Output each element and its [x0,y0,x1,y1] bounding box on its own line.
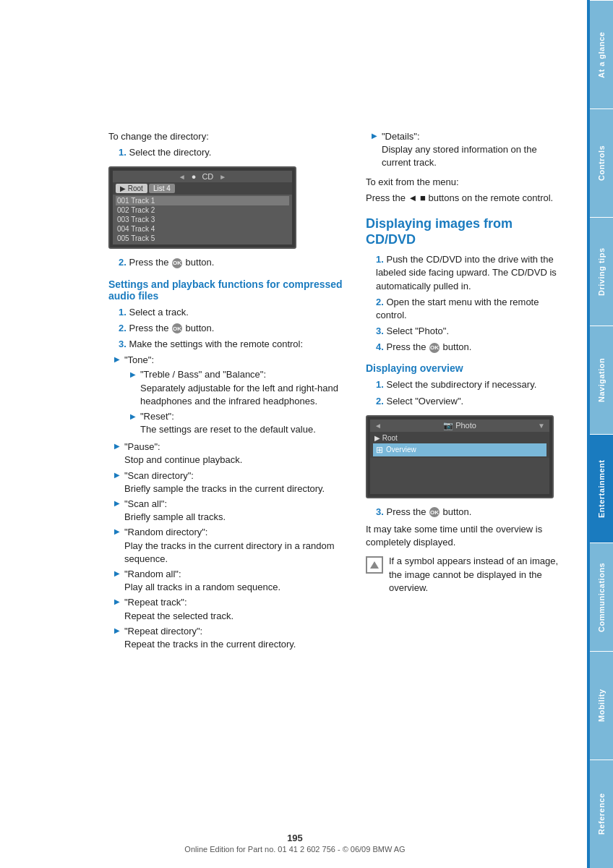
sub-bullet-reset-text: "Reset": The settings are reset to the d… [140,410,316,436]
main-content: To change the directory: 1. Select the d… [0,0,590,868]
bullet-scan-all: ▶ "Scan all":Briefly sample all tracks. [114,498,344,524]
intro-text: To change the directory: [108,130,344,143]
bullet-pause: ▶ "Pause":Stop and continue playback. [114,441,344,467]
right-step2: 2. Open the start menu with the remote c… [376,296,568,322]
overview-step1: 1. Select the subdirectory if necessary. [376,378,568,391]
note-triangle-icon [366,556,383,574]
copyright-text: Online Edition for Part no. 01 41 2 602 … [0,845,590,854]
bullet-details-icon: ▶ [372,132,377,170]
exit-text: Press the ◄ ■ buttons on the remote cont… [366,192,568,205]
bullet-tone: ▶ "Tone": ▶ "Treble / Bass" and "Balance… [114,354,344,438]
overview-step3: 3. Press the OK button. [376,506,568,519]
photo-content-area [370,458,549,494]
bullet-scan-dir-icon: ▶ [114,471,120,495]
page-number: 195 [0,833,590,843]
ok-btn-right: OK [429,343,440,353]
left-column: To change the directory: 1. Select the d… [108,130,344,653]
footer: 195 Online Edition for Part no. 01 41 2 … [0,833,590,854]
bullet-random-dir: ▶ "Random directory":Play the tracks in … [114,526,344,566]
bullet-repeat-track-icon: ▶ [114,597,120,622]
note-box: If a symbol appears instead of an image,… [366,555,568,597]
photo-nav: ▶ Root ⊞ Overview [370,432,549,458]
bullet-random-dir-content: "Random directory":Play the tracks in th… [124,526,344,566]
bullet-tone-content: "Tone": ▶ "Treble / Bass" and "Balance":… [124,354,344,438]
track-1: 001 Track 1 [116,196,289,205]
sidebar-tab-driving-tips[interactable]: Driving tips [590,217,613,326]
bullet-scan-all-content: "Scan all":Briefly sample all tracks. [124,498,226,524]
screen-header-cd: CD [202,172,213,181]
screen-header: ◄ ● CD ► [113,171,292,182]
sidebar-tab-communications[interactable]: Communications [590,542,613,651]
ok-btn-overview: OK [429,507,440,517]
photo-screen-mockup: ◄ 📷 Photo ▼ ▶ Root ⊞ Overview [366,415,554,498]
bullet-pause-content: "Pause":Stop and continue playback. [124,441,242,467]
screen-header-icon: ● [192,172,197,181]
sidebar-tab-reference[interactable]: Reference [590,760,613,868]
bullet-random-dir-icon: ▶ [114,527,120,566]
settings-step1: 1. Select a track. [119,306,344,319]
screen-tracklist: 001 Track 1 002 Track 2 003 Track 3 004 … [113,195,292,244]
bullet-scan-dir: ▶ "Scan directory":Briefly sample the tr… [114,469,344,495]
bullet-repeat-dir-content: "Repeat directory":Repeat the tracks in … [124,625,296,651]
step2-label: 2. [119,257,127,268]
photo-root: ▶ Root [373,433,546,443]
bullet-pause-icon: ▶ [114,442,120,467]
track-5: 005 Track 5 [116,234,289,243]
track-3: 003 Track 3 [116,215,289,224]
step2-text: 2. Press the OK button. [119,256,344,269]
bullet-repeat-track-content: "Repeat track":Repeat the selected track… [124,596,233,622]
sidebar-tab-navigation[interactable]: Navigation [590,326,613,434]
sub-bullet-treble-text: "Treble / Bass" and "Balance": Separatel… [140,368,344,408]
exit-label: To exit from the menu: [366,176,568,189]
arrow-left-icon: ◄ [179,173,186,181]
arrow-right-icon: ► [219,173,226,181]
triangle-shape [370,561,379,569]
track-4: 004 Track 4 [116,224,289,234]
ok-button-icon: OK [172,258,182,268]
sidebar-tab-entertainment[interactable]: Entertainment [590,434,613,542]
sidebar-tab-at-a-glance[interactable]: At a glance [590,0,613,109]
photo-icon: 📷 Photo [443,421,476,430]
right-step4: 4. Press the OK button. [376,341,568,354]
note1-text: It may take some time until the overview… [366,523,568,549]
nav-root: ▶ Root [116,184,147,193]
right-step1: 1. Push the CD/DVD into the drive with t… [376,253,568,293]
note2-text: If a symbol appears instead of an image,… [389,555,568,595]
photo-header: ◄ 📷 Photo ▼ [370,420,549,432]
sub-bullet-icon-2: ▶ [130,412,136,436]
sidebar-tab-controls[interactable]: Controls [590,109,613,217]
sub-heading: Displaying overview [366,362,568,374]
bullet-random-all: ▶ "Random all":Play all tracks in a rand… [114,568,344,594]
ok-btn-2: OK [172,323,182,333]
bullet-random-all-content: "Random all":Play all tracks in a random… [124,568,280,594]
sidebar: At a glance Controls Driving tips Naviga… [590,0,613,868]
photo-overview: ⊞ Overview [373,443,546,456]
track-2: 002 Track 2 [116,205,289,215]
bullet-repeat-track: ▶ "Repeat track":Repeat the selected tra… [114,596,344,622]
settings-heading: Settings and playback functions for comp… [108,278,344,302]
bullet-details-content: "Details":Display any stored information… [382,130,568,170]
bullet-random-all-icon: ▶ [114,569,120,594]
sub-bullet-icon-1: ▶ [130,370,136,408]
right-column: ▶ "Details":Display any stored informati… [366,130,568,653]
cd-screen-mockup: ◄ ● CD ► ▶ Root List 4 001 Track 1 002 T… [108,166,296,249]
remote-buttons: ◄ ■ [408,192,426,203]
step1-text: 1. Select the directory. [119,146,344,159]
sub-bullet-treble: ▶ "Treble / Bass" and "Balance": Separat… [130,368,344,408]
step1-label: 1. [119,147,127,158]
sidebar-tab-mobility[interactable]: Mobility [590,651,613,760]
grid-icon: ⊞ [376,445,383,455]
screen-nav: ▶ Root List 4 [113,182,292,195]
bullet-scan-dir-content: "Scan directory":Briefly sample the trac… [124,469,325,495]
nav-list4: List 4 [149,184,175,193]
bullet-repeat-dir-icon: ▶ [114,626,120,651]
bullet-scan-all-icon: ▶ [114,499,120,524]
right-step3: 3. Select "Photo". [376,325,568,338]
photo-arrow-down-icon: ▼ [538,422,545,430]
bullet-repeat-dir: ▶ "Repeat directory":Repeat the tracks i… [114,625,344,651]
main-heading: Displaying images from CD/DVD [366,216,568,247]
overview-step2: 2. Select "Overview". [376,395,568,408]
bullet-details: ▶ "Details":Display any stored informati… [372,130,568,170]
settings-step2: 2. Press the OK button. [119,322,344,335]
settings-step3: 3. Make the settings with the remote con… [119,338,344,351]
